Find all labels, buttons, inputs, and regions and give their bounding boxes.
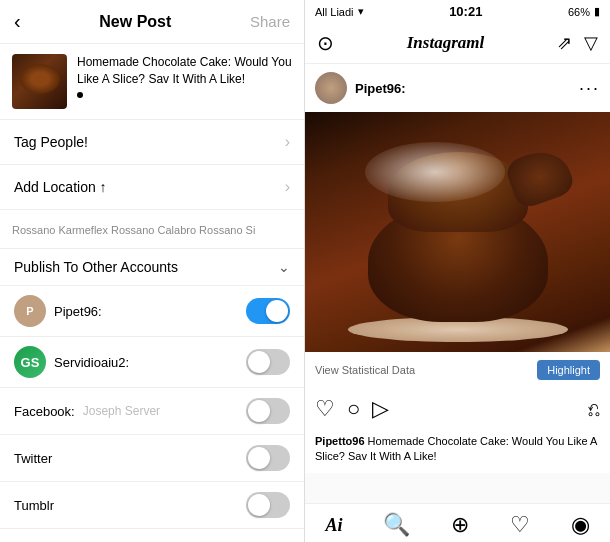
twitter-toggle[interactable] (246, 445, 290, 471)
caption-dot (77, 92, 83, 98)
post-thumbnail (12, 54, 67, 109)
caption-username: Pipetto96 (315, 435, 365, 447)
like-icon[interactable]: ♡ (315, 396, 335, 422)
share-button[interactable]: Share (250, 13, 290, 30)
highlight-button[interactable]: Highlight (537, 360, 600, 380)
avatar-servidio: GS (14, 346, 46, 378)
account-toggle-pipet[interactable] (246, 298, 290, 324)
sugar-dust (365, 142, 505, 202)
account-row-servidio: GS Servidioaiu2: (0, 337, 304, 388)
instagram-header: ⊙ Instagraml ⇗ ▽ (305, 23, 610, 64)
post-user-info: Pipet96: (315, 72, 406, 104)
send-icon[interactable]: ⇗ (557, 32, 572, 54)
search-nav-icon[interactable]: 🔍 (383, 512, 410, 538)
post-actions: ♡ ○ ▷ ⎌ (305, 388, 610, 430)
twitter-info: Twitter (14, 451, 52, 466)
publish-section-header[interactable]: Publish To Other Accounts ⌄ (0, 249, 304, 286)
header-right-icons: ⇗ ▽ (557, 32, 598, 54)
facebook-toggle[interactable] (246, 398, 290, 424)
publish-label: Publish To Other Accounts (14, 259, 178, 275)
stats-row: View Statistical Data Highlight (305, 352, 610, 388)
status-right: 66% ▮ (568, 5, 600, 18)
post-image (305, 112, 610, 352)
add-location-item[interactable]: Add Location ↑ › (0, 165, 304, 210)
caption-text: Homemade Chocolate Cake: Would You Like … (77, 54, 292, 88)
post-more-button[interactable]: ··· (579, 78, 600, 99)
tag-people-item[interactable]: Tag People! › (0, 120, 304, 165)
right-panel: All Liadi ▾ 10:21 66% ▮ ⊙ Instagraml ⇗ ▽… (305, 0, 610, 542)
bookmark-icon[interactable]: ⎌ (588, 398, 600, 421)
suggestions-text: Rossano Karmeflex Rossano Calabro Rossan… (12, 224, 255, 236)
facebook-info: Facebook: Joseph Server (14, 404, 160, 419)
status-time: 10:21 (449, 4, 482, 19)
facebook-row: Facebook: Joseph Server (0, 388, 304, 435)
page-title: New Post (99, 13, 171, 31)
account-info-servidio: GS Servidioaiu2: (14, 346, 129, 378)
post-user-avatar (315, 72, 347, 104)
cake-visual (305, 112, 610, 352)
post-caption: Pipetto96 Homemade Chocolate Cake: Would… (305, 430, 610, 473)
back-button[interactable]: ‹ (14, 10, 21, 33)
tumblr-info: Tumblr (14, 498, 54, 513)
bottom-navigation: Ai 🔍 ⊕ ♡ ◉ (305, 503, 610, 542)
instagram-logo: Instagraml (407, 33, 484, 53)
battery-label: 66% (568, 6, 590, 18)
post-user-header: Pipet96: ··· (305, 64, 610, 112)
account-name-servidio: Servidioaiu2: (54, 355, 129, 370)
tumblr-label: Tumblr (14, 498, 54, 513)
account-row-pipet: P Pipet96: (0, 286, 304, 337)
heart-nav-icon[interactable]: ♡ (510, 512, 530, 538)
tumblr-toggle[interactable] (246, 492, 290, 518)
post-caption-preview: Homemade Chocolate Cake: Would You Like … (77, 54, 292, 98)
location-suggestions: Rossano Karmeflex Rossano Calabro Rossan… (0, 210, 304, 249)
comment-icon[interactable]: ○ (347, 396, 360, 422)
chevron-right-icon: › (285, 178, 290, 196)
tag-people-label: Tag People! (14, 134, 88, 150)
twitter-label: Twitter (14, 451, 52, 466)
carrier-label: All Liadi (315, 6, 354, 18)
facebook-label: Facebook: (14, 404, 75, 419)
status-bar: All Liadi ▾ 10:21 66% ▮ (305, 0, 610, 23)
chevron-right-icon: › (285, 133, 290, 151)
ai-label[interactable]: Ai (325, 515, 342, 536)
new-post-header: ‹ New Post Share (0, 0, 304, 44)
account-info-pipet: P Pipet96: (14, 295, 102, 327)
add-post-icon[interactable]: ⊕ (451, 512, 469, 538)
account-name-pipet: Pipet96: (54, 304, 102, 319)
wifi-icon: ▾ (358, 5, 364, 18)
add-location-label: Add Location ↑ (14, 179, 107, 195)
status-left: All Liadi ▾ (315, 5, 364, 18)
left-panel: ‹ New Post Share Homemade Chocolate Cake… (0, 0, 305, 542)
filter-icon[interactable]: ▽ (584, 32, 598, 54)
avatar-pipet: P (14, 295, 46, 327)
advanced-settings-item[interactable]: Advanced Settings › (0, 529, 304, 542)
twitter-row: Twitter (0, 435, 304, 482)
post-username: Pipet96: (355, 81, 406, 96)
tumblr-row: Tumblr (0, 482, 304, 529)
profile-nav-icon[interactable]: ◉ (571, 512, 590, 538)
chevron-down-icon: ⌄ (278, 259, 290, 275)
view-stat-label: View Statistical Data (315, 364, 415, 376)
facebook-sub: Joseph Server (83, 404, 160, 418)
camera-icon[interactable]: ⊙ (317, 31, 334, 55)
post-preview: Homemade Chocolate Cake: Would You Like … (0, 44, 304, 120)
battery-icon: ▮ (594, 5, 600, 18)
account-toggle-servidio[interactable] (246, 349, 290, 375)
share-icon[interactable]: ▷ (372, 396, 389, 422)
